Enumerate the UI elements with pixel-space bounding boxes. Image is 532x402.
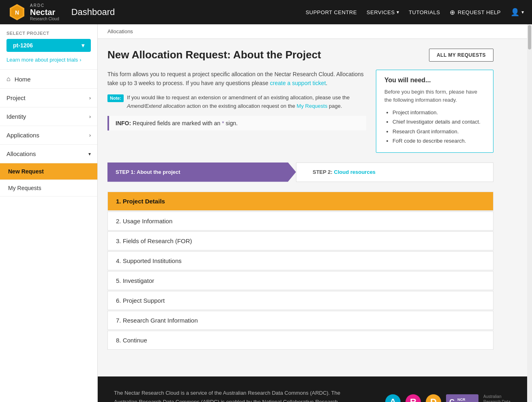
all-requests-button[interactable]: ALL MY REQUESTS (429, 49, 493, 62)
intro-left: This form allows you to request a projec… (107, 70, 366, 153)
accordion-header-4[interactable]: 4. Supported Institutions (108, 252, 493, 270)
accordion-item: 6. Project Support (107, 291, 493, 310)
sidebar-item-my-requests[interactable]: My Requests (0, 180, 97, 197)
accordion-item: 3. Fields of Research (FOR) (107, 231, 493, 250)
step1-indicator: STEP 1: About the project (107, 163, 296, 182)
footer-logos: A R D C NCR National Research (385, 394, 516, 402)
accordion-header-7[interactable]: 7. Research Grant Information (108, 311, 493, 329)
note-badge: Note: (107, 94, 124, 103)
accordion-item: 4. Supported Institutions (107, 251, 493, 270)
accordion-header-5[interactable]: 5. Investigator (108, 272, 493, 290)
accordion-item: 2. Usage Information (107, 212, 493, 231)
ncris-logo-icon: C NCR National Research (446, 394, 478, 402)
svg-text:A: A (390, 397, 396, 402)
accordion-header-8[interactable]: 8. Continue (108, 331, 493, 349)
step2-link[interactable]: Cloud resources (334, 169, 376, 175)
ardc-r-logo-icon: R (405, 394, 421, 402)
svg-text:R: R (410, 397, 416, 402)
steps-bar: STEP 1: About the project STEP 2: Cloud … (107, 163, 493, 182)
svg-text:C: C (449, 398, 455, 402)
scroll-thumb[interactable] (528, 25, 531, 49)
tutorials-link[interactable]: TUTORIALS (409, 9, 440, 15)
page-title-row: New Allocation Request: About the Projec… (107, 49, 493, 62)
intro-paragraph: This form allows you to request a projec… (107, 70, 366, 88)
note-italic: Amend/Extend allocation (127, 103, 185, 109)
project-dropdown-icon: ▾ (82, 42, 84, 49)
home-icon: ⌂ (6, 75, 11, 83)
services-chevron-icon: ▾ (397, 9, 399, 15)
user-menu-link[interactable]: 👤 ▾ (511, 8, 524, 17)
project-chevron-icon: › (89, 95, 91, 101)
learn-more-link[interactable]: Learn more about project trials › (0, 57, 97, 69)
accordion-item: 8. Continue (107, 331, 493, 350)
accordion-item: 1. Project Details (107, 192, 493, 211)
identity-chevron-icon: › (89, 114, 91, 120)
svg-text:D: D (430, 397, 437, 402)
logo: N ARDC Nectar Research Cloud (8, 3, 59, 21)
user-chevron-icon: ▾ (521, 9, 524, 15)
ardc-a-logo-icon: A (385, 394, 401, 402)
asterisk-symbol: * (222, 120, 224, 126)
dashboard-title: Dashboard (71, 7, 115, 17)
sidebar-item-applications[interactable]: Applications › (0, 126, 97, 145)
footer: The Nectar Research Cloud is a service o… (98, 376, 532, 402)
allocations-chevron-icon: ▾ (88, 151, 91, 157)
you-will-need-title: You will need... (384, 77, 485, 84)
footer-logos-label: Australian Research Data Commons (483, 394, 516, 402)
sidebar-item-new-request[interactable]: New Request (0, 163, 97, 180)
applications-chevron-icon: › (89, 133, 91, 138)
support-centre-link[interactable]: SUPPORT CENTRE (306, 9, 357, 15)
header-nav: SUPPORT CENTRE SERVICES ▾ TUTORIALS ⊕ RE… (306, 8, 524, 17)
step2-indicator[interactable]: STEP 2: Cloud resources (296, 163, 493, 182)
you-will-need-box: You will need... Before you begin this f… (376, 70, 493, 153)
user-icon: 👤 (511, 8, 520, 17)
request-help-link[interactable]: ⊕ REQUEST HELP (450, 9, 501, 16)
ardc-d-logo-icon: D (426, 394, 441, 402)
sidebar: SELECT PROJECT pt-1206 ▾ Learn more abou… (0, 24, 98, 402)
accordion-header-2[interactable]: 2. Usage Information (108, 212, 493, 230)
nectar-label: Nectar (30, 8, 59, 17)
breadcrumb: Allocations (98, 24, 532, 39)
note-text: If you would like to request an extensio… (127, 94, 366, 111)
accordion-header-3[interactable]: 3. Fields of Research (FOR) (108, 232, 493, 250)
accordion-item: 5. Investigator (107, 271, 493, 290)
select-project-label: SELECT PROJECT (0, 24, 97, 39)
ardc-label: ARDC (30, 3, 59, 8)
list-item: FoR code to describe research. (393, 136, 485, 145)
help-icon: ⊕ (450, 9, 455, 16)
arrow-right-icon: › (79, 57, 81, 63)
logo-text: ARDC Nectar Research Cloud (30, 3, 59, 21)
project-selector-button[interactable]: pt-1206 ▾ (6, 39, 91, 52)
list-item: Chief Investigator details and contact. (393, 117, 485, 126)
note-box: Note: If you would like to request an ex… (107, 94, 366, 111)
support-ticket-link[interactable]: create a support ticket (270, 80, 326, 86)
svg-text:N: N (15, 9, 19, 16)
accordion-header-1[interactable]: 1. Project Details (108, 192, 493, 210)
sidebar-item-project[interactable]: Project › (0, 89, 97, 107)
svg-text:NCR: NCR (457, 398, 466, 402)
nectar-logo-icon: N (8, 3, 26, 21)
content-area: New Allocation Request: About the Projec… (98, 39, 503, 360)
footer-text: The Nectar Research Cloud is a service o… (114, 389, 341, 402)
research-cloud-label: Research Cloud (30, 17, 59, 21)
main-content: Allocations New Allocation Request: Abou… (98, 24, 532, 402)
sidebar-item-identity[interactable]: Identity › (0, 107, 97, 126)
info-block: INFO: Required fields are marked with an… (107, 116, 366, 130)
my-requests-link[interactable]: My Requests (297, 103, 328, 109)
list-item: Research Grant information. (393, 127, 485, 136)
you-will-need-desc: Before you begin this form, please have … (384, 88, 485, 104)
app-header: N ARDC Nectar Research Cloud Dashboard S… (0, 0, 532, 24)
page-title: New Allocation Request: About the Projec… (107, 49, 429, 61)
sidebar-item-home[interactable]: ⌂ Home (0, 70, 97, 89)
scrollbar[interactable] (527, 24, 532, 402)
main-layout: SELECT PROJECT pt-1206 ▾ Learn more abou… (0, 24, 532, 402)
sidebar-item-allocations[interactable]: Allocations ▾ (0, 145, 97, 163)
accordion-item: 7. Research Grant Information (107, 311, 493, 330)
intro-section: This form allows you to request a projec… (107, 70, 493, 153)
title-area: New Allocation Request: About the Projec… (107, 49, 429, 61)
step2-label: STEP 2: Cloud resources (313, 169, 375, 175)
you-will-need-list: Project information.Chief Investigator d… (384, 108, 485, 146)
accordion-header-6[interactable]: 6. Project Support (108, 291, 493, 310)
step1-label: STEP 1: About the project (116, 169, 180, 175)
services-link[interactable]: SERVICES ▾ (367, 9, 399, 15)
